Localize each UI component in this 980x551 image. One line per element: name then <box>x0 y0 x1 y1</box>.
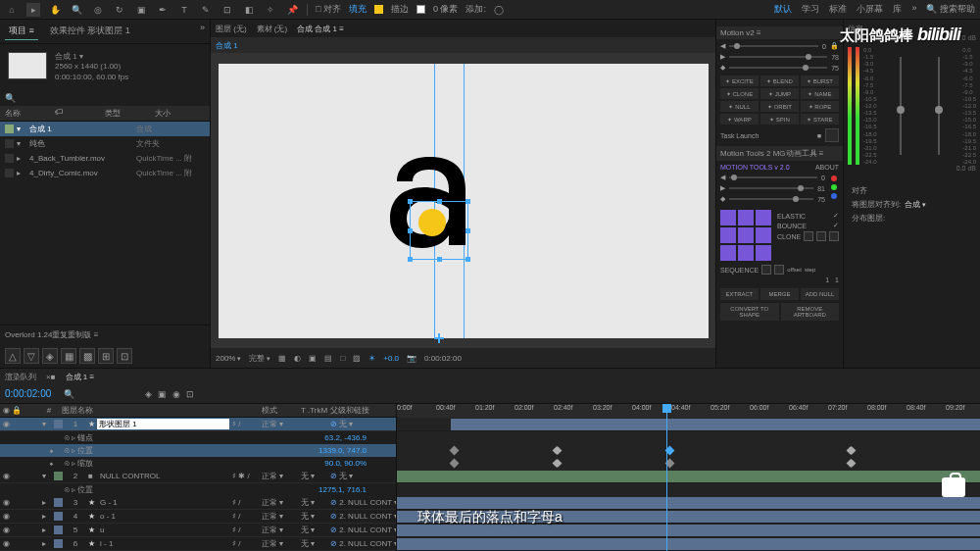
col-type[interactable]: 类型 <box>105 108 155 119</box>
seq-val-1[interactable]: 1 <box>825 276 829 283</box>
transparency-icon[interactable]: ▤ <box>324 354 332 363</box>
tab-effect-controls[interactable]: 效果控件 形状图层 1 <box>46 23 134 40</box>
camera-tool-icon[interactable]: ▣ <box>134 3 148 17</box>
orbit-button[interactable]: ✦ ORBIT <box>760 101 799 112</box>
tool-arrow-left-icon[interactable]: ◀ <box>720 174 725 181</box>
keyframe-icon[interactable] <box>450 459 460 469</box>
burst-button[interactable]: ✦ BURST <box>801 75 839 86</box>
col-type-icon[interactable]: 🏷 <box>55 108 105 119</box>
motion-slider-2[interactable] <box>729 56 827 58</box>
viewer-tab-material[interactable]: 素材 (无) <box>257 24 288 34</box>
knob-slider-1[interactable] <box>900 57 902 155</box>
name-button[interactable]: ✦ NAME <box>801 88 839 99</box>
timeline-property-row[interactable]: ⬥⊙ ▹ 缩放90.0, 90.0% <box>0 457 396 470</box>
task-launch-button[interactable] <box>825 128 839 142</box>
tool-val-2[interactable]: 81 <box>817 185 825 192</box>
resolution-dropdown[interactable]: 完整 <box>249 353 270 364</box>
remove-artboard-button[interactable]: REMOVE ARTBOARD <box>781 303 840 321</box>
arrow-right-icon[interactable]: ▶ <box>720 53 725 61</box>
timeline-track[interactable] <box>397 418 980 431</box>
keyframe-icon[interactable] <box>847 446 857 456</box>
exposure-value[interactable]: +0.0 <box>383 354 399 363</box>
anchor-grid[interactable] <box>720 210 771 261</box>
tool-slider-3[interactable] <box>729 198 813 200</box>
null-button[interactable]: ✦ NULL <box>720 101 759 112</box>
seq-btn-2[interactable] <box>774 265 784 275</box>
home-icon[interactable]: ⌂ <box>5 3 19 17</box>
eraser-tool-icon[interactable]: ◧ <box>242 3 256 17</box>
tab-render-queue[interactable]: 渲染队列 <box>5 372 36 382</box>
pen-tool-icon[interactable]: ✒ <box>156 3 170 17</box>
align-to-dropdown[interactable]: 合成 <box>905 199 926 210</box>
timeline-layer-row[interactable]: ◉ ▾ 2 ■ NULL CONTROL ♯ ✱ / 正常 ▾ 无 ▾ ⊘ 无 … <box>0 470 396 483</box>
zoom-tool-icon[interactable]: 🔍 <box>70 3 83 17</box>
col-trkmat[interactable]: T .TrkMat <box>298 406 327 415</box>
fill-swatch[interactable] <box>374 5 383 14</box>
knob-slider-2[interactable] <box>938 57 940 155</box>
overlord-icon-3[interactable]: ◈ <box>42 348 58 364</box>
tool-diamond-icon[interactable]: ◆ <box>720 195 725 203</box>
overlord-icon-2[interactable]: ▽ <box>24 348 39 364</box>
timeline-property-row[interactable]: ⊙ ▹ 位置1275.1, 716.1 <box>0 483 396 496</box>
jump-button[interactable]: ✦ JUMP <box>760 88 799 99</box>
stroke-width[interactable]: 0 像素 <box>433 3 459 16</box>
tool-slider-1[interactable] <box>729 176 817 178</box>
tl-icon-2[interactable]: ▣ <box>155 389 170 399</box>
selection-tool-icon[interactable]: ▸ <box>26 3 40 17</box>
3d-icon[interactable]: ▨ <box>353 354 361 363</box>
add-null-button[interactable]: ADD NULL <box>801 288 839 300</box>
workspace-more-icon[interactable]: » <box>911 3 916 16</box>
hand-tool-icon[interactable]: ✋ <box>48 3 62 17</box>
search-icon[interactable]: 🔍 <box>5 93 16 103</box>
timeline-track[interactable] <box>397 470 980 483</box>
timeline-layer-row[interactable]: ◉ ▾ 1 ★ 形状图层 1 ♯ / 正常 ▾ ⊘ 无 ▾ <box>0 418 396 431</box>
anchor-point-icon[interactable] <box>434 333 444 343</box>
overlord-icon-7[interactable]: ⊡ <box>117 348 132 364</box>
puppet-tool-icon[interactable]: 📌 <box>285 3 299 17</box>
add-label[interactable]: 添加: <box>466 3 486 16</box>
seq-btn-1[interactable] <box>761 265 771 275</box>
project-item[interactable]: ▾合成 1合成 <box>0 122 210 136</box>
grid-icon[interactable]: ▦ <box>278 354 286 363</box>
text-tool-icon[interactable]: T <box>177 3 191 17</box>
timeline-layer-row[interactable]: ◉ ▸ 6 ★ i - 1 ♯ / 正常 ▾ 无 ▾ ⊘ 2. NULL CON… <box>0 537 396 551</box>
col-parent[interactable]: 父级和链接 <box>327 405 396 416</box>
viewer-tab-comp[interactable]: 合成 合成 1 ≡ <box>297 24 344 34</box>
property-track[interactable] <box>397 457 980 470</box>
keyframe-icon[interactable] <box>450 446 460 456</box>
about-button[interactable]: ABOUT <box>815 164 839 171</box>
timeline-track[interactable] <box>397 537 980 551</box>
timeline-ruler[interactable]: 0:00f00:40f01:20f02:00f02:40f03:20f04:00… <box>397 404 980 418</box>
warp-button[interactable]: ✦ WARP <box>720 114 759 125</box>
keyframe-icon[interactable] <box>553 459 563 469</box>
keyframe-icon[interactable] <box>553 446 563 456</box>
excite-button[interactable]: ✦ EXCITE <box>720 75 759 86</box>
merge-button[interactable]: MERGE <box>760 288 799 300</box>
zoom-dropdown[interactable]: 200% <box>216 354 241 363</box>
eye-column-icon[interactable]: ◉ <box>3 406 10 415</box>
motion-val-3[interactable]: 75 <box>831 65 839 72</box>
tool-val-1[interactable]: 0 <box>821 175 825 181</box>
snapshot-icon[interactable]: 📷 <box>407 354 416 363</box>
project-item[interactable]: ▾纯色文件夹 <box>0 136 210 151</box>
region-icon[interactable]: □ <box>340 354 345 363</box>
workspace-lib[interactable]: 库 <box>893 3 902 16</box>
workspace-default[interactable]: 默认 <box>774 3 792 16</box>
overlord-icon-1[interactable]: △ <box>5 348 21 364</box>
clone-button[interactable]: ✦ CLONE <box>720 88 759 99</box>
timeline-layer-row[interactable]: ◉ ▸ 5 ★ u ♯ / 正常 ▾ 无 ▾ ⊘ 2. NULL CONT ▾ <box>0 524 396 537</box>
motion-val-1[interactable]: 0 <box>822 43 826 50</box>
roto-tool-icon[interactable]: ✧ <box>264 3 277 17</box>
overlord-icon-6[interactable]: ⊞ <box>98 348 114 364</box>
tool-val-3[interactable]: 75 <box>817 196 825 203</box>
timeline-property-row[interactable]: ⬥⊙ ▹ 位置1339.0, 747.0 <box>0 444 396 457</box>
seq-val-2[interactable]: 1 <box>835 276 839 283</box>
canvas-area[interactable] <box>211 53 715 348</box>
property-track[interactable] <box>397 431 980 444</box>
tool-slider-2[interactable] <box>729 187 813 189</box>
add-dropdown-icon[interactable]: ◯ <box>494 5 504 15</box>
stroke-label[interactable]: 描边 <box>391 3 409 16</box>
search-help[interactable]: 🔍 搜索帮助 <box>926 3 975 16</box>
arrow-left-icon[interactable]: ◀ <box>720 42 725 50</box>
timeline-layer-row[interactable]: ◉ ▸ 4 ★ o - 1 ♯ / 正常 ▾ 无 ▾ ⊘ 2. NULL CON… <box>0 510 396 524</box>
